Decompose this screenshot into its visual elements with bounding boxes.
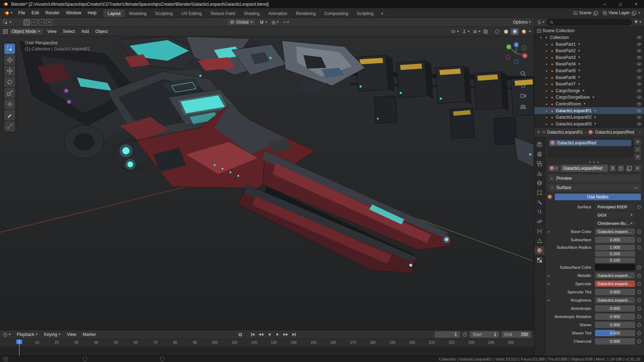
pan-hand-button[interactable]	[520, 81, 526, 88]
expand-icon[interactable]: ▸	[545, 69, 548, 73]
xray-toggle-icon[interactable]	[483, 29, 488, 34]
outliner-item[interactable]: ▸▲BasePart6▼	[534, 74, 644, 81]
outliner-item[interactable]: ▸▲CargoStorge▼	[534, 87, 644, 94]
outliner-item[interactable]: ▸▲GalacticLeopard03▼	[534, 120, 644, 127]
outliner-item[interactable]: ▸▲BasePart1▼	[534, 41, 644, 48]
overlays-toggle-icon[interactable]	[473, 29, 477, 34]
outliner-search[interactable]	[547, 19, 632, 25]
sheen-field[interactable]: 0.000	[595, 322, 635, 328]
hide-in-viewport-toggle[interactable]	[636, 43, 642, 46]
navigation-gizmo[interactable]: Z X Y	[504, 41, 529, 67]
hide-in-viewport-toggle[interactable]	[636, 102, 642, 106]
hide-in-viewport-toggle[interactable]	[636, 36, 642, 39]
keyframe-dot[interactable]	[637, 331, 641, 335]
expand-icon[interactable]: ▸	[545, 56, 548, 59]
base-color-texture-field[interactable]: GalacticLeopard_Re..	[595, 228, 635, 235]
visibility-dropdown[interactable]	[457, 31, 459, 32]
tab-layout[interactable]: Layout	[103, 9, 125, 18]
snap-settings-dropdown[interactable]	[265, 21, 267, 23]
outliner-item[interactable]: ▸▲BasePart3▼	[534, 54, 644, 61]
hide-in-viewport-toggle[interactable]	[636, 69, 642, 73]
cargo-container-chain[interactable]	[351, 55, 534, 167]
specular-texture-field[interactable]: GalacticLeopard_Sp..	[595, 281, 635, 287]
tab-object[interactable]	[535, 188, 545, 197]
shading-dropdown[interactable]	[529, 31, 531, 32]
keyframe-dot[interactable]	[637, 298, 641, 302]
hide-in-viewport-toggle[interactable]	[636, 82, 642, 86]
roughness-texture-field[interactable]: GalacticLeopard_Ro..	[595, 297, 635, 303]
breadcrumb-object[interactable]: GalacticLeopard01	[547, 130, 583, 135]
select-mode-invert-button[interactable]: ×	[46, 19, 52, 25]
play-button[interactable]	[274, 331, 281, 338]
overlays-dropdown[interactable]	[478, 31, 480, 32]
tab-output[interactable]	[535, 150, 545, 158]
remove-slot-button[interactable]: −	[634, 146, 641, 153]
outliner-item-active[interactable]: ▸▲GalacticLeopard01▼	[534, 107, 644, 114]
proportional-editing-toggle[interactable]: ◎	[272, 20, 275, 25]
jump-to-start-button[interactable]	[249, 331, 256, 338]
subsurface-color-swatch[interactable]	[595, 264, 635, 271]
outliner-item[interactable]: ▸▲ControlRoom▼	[534, 101, 644, 108]
subsurface-value-field[interactable]: 0.000	[595, 237, 635, 243]
perspective-toggle-button[interactable]	[520, 104, 526, 110]
keyframe-dot[interactable]	[637, 230, 641, 234]
preview-panel-header[interactable]: ▸ Preview	[548, 174, 641, 182]
pin-icon[interactable]	[639, 130, 641, 134]
tab-uv-editing[interactable]: UV Editing	[177, 9, 206, 18]
timeline-body[interactable]: 1020304050607080901001101201301401501601…	[0, 339, 534, 356]
clearcoat-field[interactable]: 0.000	[595, 338, 635, 344]
tab-shading[interactable]: Shading	[240, 9, 264, 18]
expand-icon[interactable]: ▸	[548, 282, 550, 286]
tab-compositing[interactable]: Compositing	[320, 9, 352, 18]
timeline-ruler[interactable]: 1020304050607080901001101201301401501601…	[0, 339, 534, 347]
collection-row[interactable]: ▾ ✓ Collection	[534, 34, 644, 41]
tab-sculpting[interactable]: Sculpting	[151, 9, 177, 18]
surface-panel-header[interactable]: ▾ Surface ■■	[548, 184, 641, 192]
menu-playback[interactable]: Playback	[14, 332, 41, 337]
collapse-icon[interactable]: ▾	[539, 36, 543, 39]
tool-rotate[interactable]	[4, 77, 15, 87]
tool-transform[interactable]	[4, 99, 15, 109]
hide-in-viewport-toggle[interactable]	[636, 62, 642, 66]
keyframe-dot[interactable]	[637, 246, 641, 249]
view-layer-selector[interactable]: View Layer	[602, 10, 630, 15]
tool-cursor[interactable]	[4, 55, 15, 65]
scene-collection-row[interactable]: Scene Collection	[534, 28, 644, 34]
expand-icon[interactable]: ▸	[545, 115, 548, 119]
tool-measure[interactable]	[4, 121, 15, 132]
expand-icon[interactable]: ▸	[545, 43, 548, 46]
window-maximize-button[interactable]: □	[613, 0, 628, 8]
play-reverse-button[interactable]	[266, 331, 273, 338]
distribution-select[interactable]: GGX	[595, 212, 635, 218]
window-minimize-button[interactable]: ─	[597, 0, 613, 8]
blender-menu-button[interactable]	[1, 8, 15, 18]
browse-material-button[interactable]	[548, 165, 560, 172]
keyframe-dot[interactable]	[637, 339, 641, 343]
keyframe-dot[interactable]	[637, 238, 641, 242]
end-frame-field[interactable]: End250	[502, 331, 531, 338]
add-workspace-button[interactable]: +	[378, 9, 387, 18]
metallic-texture-field[interactable]: GalacticLeopard_Me..	[595, 272, 635, 279]
gizmo-z-neg[interactable]	[514, 60, 518, 64]
options-dropdown[interactable]: Options	[513, 20, 531, 25]
shading-solid-button[interactable]	[502, 28, 510, 35]
properties-editor-icon[interactable]	[537, 130, 540, 134]
tab-physics[interactable]	[535, 217, 545, 226]
new-view-layer-button[interactable]	[632, 11, 636, 15]
expand-icon[interactable]: ▸	[545, 95, 548, 99]
outliner-filter-button[interactable]	[634, 20, 641, 24]
next-keyframe-button[interactable]	[282, 331, 289, 338]
select-mode-extend-button[interactable]: +	[31, 19, 37, 25]
remove-view-layer-button[interactable]: ×	[638, 11, 640, 15]
menu-marker[interactable]: Marker	[79, 332, 99, 337]
specular-tint-field[interactable]: 0.000	[595, 289, 635, 295]
material-slot-active[interactable]: GalacticLeopardRed	[549, 140, 631, 146]
subsurface-radius-y-field[interactable]: 0.200	[595, 251, 635, 257]
outliner-item[interactable]: ▸▲BasePart4▼	[534, 61, 644, 68]
tool-move[interactable]	[4, 66, 15, 76]
hide-in-viewport-toggle[interactable]	[636, 109, 642, 113]
material-slot-list[interactable]: GalacticLeopardRed	[548, 139, 633, 157]
hide-in-viewport-toggle[interactable]	[636, 56, 642, 59]
snap-magnet-icon[interactable]	[259, 20, 264, 25]
add-slot-button[interactable]: +	[634, 139, 641, 145]
